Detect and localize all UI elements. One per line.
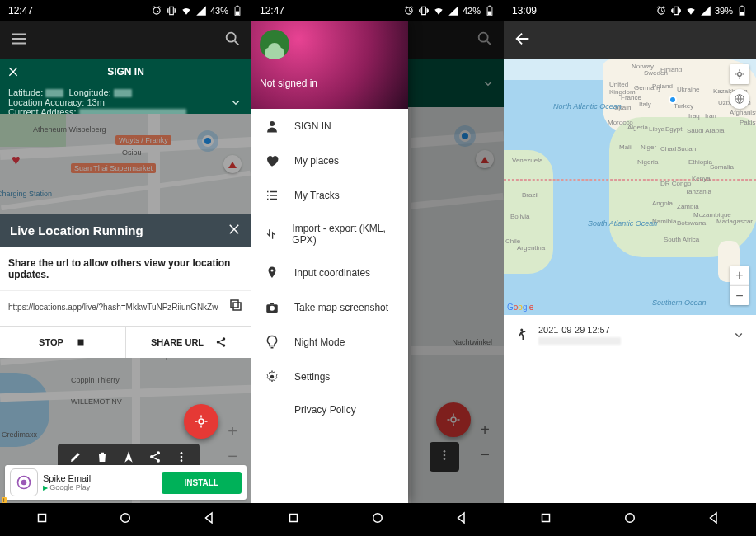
poi-wuyts: Wuyts / Franky: [119, 136, 168, 144]
app-bar: [0, 21, 251, 59]
country-label: Saudi Arabia: [687, 127, 724, 134]
back-icon[interactable]: [514, 30, 532, 51]
drawer-item-settings[interactable]: Settings: [251, 360, 408, 394]
svg-rect-17: [38, 515, 45, 522]
map-upper[interactable]: Atheneum Wispelberg Wuyts / Franky Osiou…: [0, 114, 251, 214]
stop-button[interactable]: STOP: [0, 327, 126, 358]
zoom-in-button[interactable]: +: [730, 266, 749, 285]
vibrate-icon: [670, 5, 682, 16]
share-label: SHARE URL: [151, 337, 204, 347]
vibrate-icon: [166, 5, 177, 16]
ad-text: Spike Email Google Play: [43, 473, 162, 491]
stop-icon: [75, 336, 87, 348]
svg-point-28: [270, 375, 275, 379]
svg-rect-31: [740, 12, 744, 15]
wifi-icon: [181, 5, 192, 16]
lon-label: Longitude:: [68, 87, 110, 97]
nav-recent-icon[interactable]: [286, 510, 301, 529]
nav-bar: [0, 503, 251, 536]
edit-icon[interactable]: [69, 450, 82, 467]
more-icon[interactable]: [175, 450, 188, 467]
close-icon[interactable]: [227, 222, 242, 239]
country-label: Morocco: [608, 119, 633, 126]
status-indicators: 43%: [151, 5, 243, 16]
svg-point-16: [21, 480, 27, 486]
chevron-down-icon[interactable]: [228, 95, 243, 111]
drawer-item-signin[interactable]: SIGN IN: [251, 109, 408, 143]
svg-point-27: [270, 306, 275, 311]
live-url-row: https://locations.app/live/?hash=MkkwTuN…: [0, 290, 251, 326]
avatar-icon: [260, 30, 289, 59]
signin-bar[interactable]: SIGN IN: [0, 59, 251, 84]
favorite-icon[interactable]: ♥: [12, 152, 21, 169]
drawer-item-privacy[interactable]: Privacy Policy: [251, 394, 408, 426]
svg-rect-4: [77, 340, 83, 346]
compass-icon[interactable]: [223, 155, 242, 173]
drawer-scrim[interactable]: [408, 21, 504, 503]
live-title: Live Location Running: [10, 223, 143, 237]
zoom-in-button[interactable]: +: [222, 421, 243, 442]
drawer-item-nightmode[interactable]: Night Mode: [251, 325, 408, 360]
nav-home-icon[interactable]: [370, 510, 385, 529]
signin-title: SIGN IN: [107, 66, 144, 78]
share-url-button[interactable]: SHARE URL: [126, 327, 251, 358]
copy-icon[interactable]: [228, 298, 243, 316]
locate-fab[interactable]: [184, 404, 218, 439]
ad-install-button[interactable]: INSTALL: [162, 472, 242, 494]
hamburger-icon[interactable]: [10, 30, 28, 51]
drawer-label: Import - export (KML, GPX): [292, 223, 395, 246]
chevron-down-icon[interactable]: [731, 327, 746, 342]
zoom-out-button[interactable]: −: [222, 445, 243, 467]
country-label: Egypt: [665, 125, 682, 133]
bulb-icon: [265, 335, 279, 350]
search-icon[interactable]: [223, 30, 242, 51]
world-map[interactable]: North Atlantic Ocean South Atlantic Ocea…: [504, 59, 756, 315]
battery-icon: [484, 5, 495, 16]
svg-point-14: [181, 459, 183, 462]
drawer-item-screenshot[interactable]: Take map screenshot: [251, 290, 408, 325]
nav-recent-icon[interactable]: [35, 510, 49, 529]
nav-back-icon[interactable]: [454, 510, 469, 529]
share-icon[interactable]: [148, 450, 162, 467]
nav-back-icon[interactable]: [202, 510, 217, 529]
battery-percent: 42%: [463, 6, 481, 16]
drawer-item-myplaces[interactable]: My places: [251, 143, 408, 178]
nav-recent-icon[interactable]: [538, 510, 553, 529]
drawer-item-coordinates[interactable]: Input coordinates: [251, 256, 408, 290]
drawer-header: Not signed in: [251, 21, 408, 109]
status-indicators: 39%: [655, 5, 748, 16]
country-label: Madagascar: [716, 218, 753, 225]
country-label: Namibia: [652, 218, 676, 225]
poi-osiou: Osiou: [122, 148, 142, 157]
drawer-item-import-export[interactable]: Import - export (KML, GPX): [251, 213, 408, 256]
phone-1: 12:47 43% SIGN IN Latitude: Longitude: L…: [0, 0, 251, 536]
nav-home-icon[interactable]: [118, 510, 133, 529]
poi-coppin: Coppin Thierry: [71, 376, 120, 384]
live-body-text: Share the url to allow others view your …: [0, 247, 251, 290]
close-icon[interactable]: [7, 65, 20, 78]
battery-percent: 43%: [210, 6, 228, 16]
track-info: 2021-09-29 12:57: [538, 325, 721, 345]
navigate-icon[interactable]: [122, 450, 135, 467]
drawer-signin-status: Not signed in: [260, 78, 400, 89]
svg-point-12: [181, 452, 183, 454]
svg-point-18: [121, 514, 130, 523]
country-label: Argentina: [517, 244, 545, 252]
live-url: https://locations.app/live/?hash=MkkwTuN…: [8, 303, 222, 312]
camera-icon: [265, 300, 279, 315]
drawer-item-mytracks[interactable]: My Tracks: [251, 178, 408, 213]
phone-3: 13:09 39% North Atlantic Ocean South Atl…: [504, 0, 756, 536]
locate-button[interactable]: [730, 64, 749, 84]
signal-icon: [195, 5, 207, 16]
nav-home-icon[interactable]: [622, 510, 637, 529]
status-time: 13:09: [512, 5, 537, 16]
ad-banner[interactable]: i Spike Email Google Play INSTALL: [5, 465, 247, 500]
track-row[interactable]: 2021-09-29 12:57: [504, 315, 756, 355]
svg-rect-2: [233, 303, 241, 310]
svg-rect-0: [236, 12, 240, 16]
share-icon: [215, 336, 227, 348]
zoom-out-button[interactable]: −: [730, 285, 749, 305]
globe-button[interactable]: [730, 89, 749, 109]
delete-icon[interactable]: [96, 450, 109, 467]
ocean-south-atlantic: South Atlantic Ocean: [588, 219, 657, 228]
